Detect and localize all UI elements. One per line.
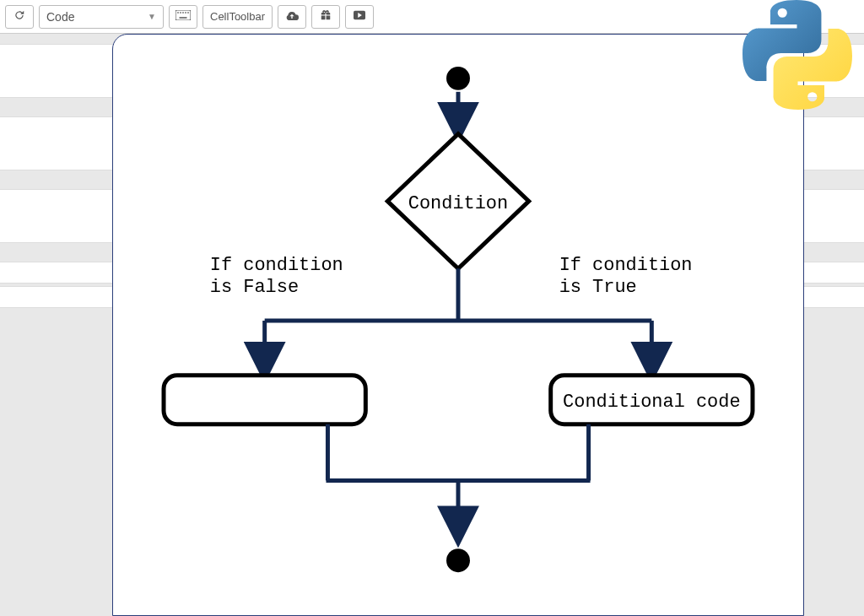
svg-rect-1 <box>177 12 179 14</box>
start-node <box>446 67 470 90</box>
condition-label: Condition <box>408 193 508 214</box>
celltoolbar-button[interactable]: CellToolbar <box>202 5 273 29</box>
false-label-line2: is False <box>210 277 299 298</box>
flowchart-svg: Condition If condition is False If condi… <box>113 35 803 615</box>
notebook-toolbar: Code ▼ CellToolbar <box>0 0 864 34</box>
true-label-line2: is True <box>559 277 637 298</box>
cloud-upload-button[interactable] <box>278 5 306 29</box>
cell-type-selected: Code <box>46 10 74 24</box>
python-logo <box>742 0 852 113</box>
cell-type-select[interactable]: Code ▼ <box>39 5 164 29</box>
chevron-down-icon: ▼ <box>148 12 156 21</box>
keyboard-button[interactable] <box>169 5 197 29</box>
gift-button[interactable] <box>311 5 340 29</box>
svg-rect-4 <box>185 12 186 14</box>
end-node <box>446 548 470 572</box>
true-branch-box: Conditional code <box>551 376 753 424</box>
flowchart-canvas: Condition If condition is False If condi… <box>112 34 804 616</box>
cloud-upload-icon <box>285 10 299 23</box>
play-filled-icon <box>354 10 365 23</box>
false-label-line1: If condition <box>210 255 343 276</box>
svg-rect-6 <box>180 17 187 19</box>
svg-rect-0 <box>176 10 191 20</box>
restart-kernel-button[interactable] <box>5 5 34 29</box>
false-branch-box <box>164 376 365 424</box>
true-box-label: Conditional code <box>563 392 740 413</box>
present-button[interactable] <box>345 5 374 29</box>
svg-rect-2 <box>180 12 181 14</box>
celltoolbar-label: CellToolbar <box>210 10 265 23</box>
gift-icon <box>320 9 332 24</box>
true-label-line1: If condition <box>559 255 693 276</box>
condition-node: Condition <box>387 134 529 269</box>
svg-rect-5 <box>187 12 189 14</box>
svg-rect-3 <box>182 12 184 14</box>
refresh-icon <box>14 9 25 24</box>
svg-rect-10 <box>164 376 365 424</box>
keyboard-icon <box>176 10 191 23</box>
